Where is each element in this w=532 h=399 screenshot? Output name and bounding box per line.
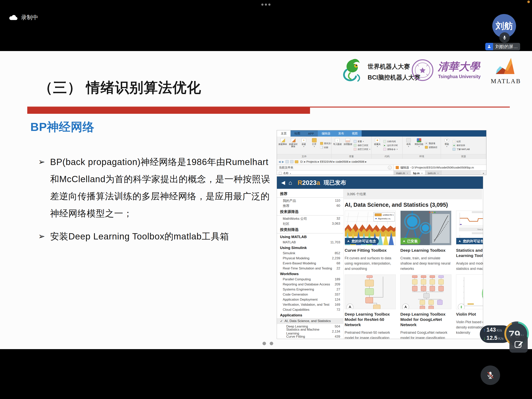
addon-card-title[interactable]: Statistics and Machine Learning Toolbox [456, 248, 483, 258]
sidebar-filter-row[interactable]: 按来源筛选 [277, 208, 343, 215]
breadcrumb[interactable]: D: ▸ Projects ▸ EEGSVM ▸ code0506 ▸ code… [300, 160, 367, 163]
screen-share-label[interactable]: 刘舫的屏… [485, 43, 520, 50]
ribbon-button[interactable]: 新建 [298, 137, 309, 153]
ribbon-button[interactable]: 布局 [403, 137, 414, 153]
ribbon-tab[interactable]: 编辑器 [318, 130, 334, 137]
browse-icon[interactable] [290, 160, 293, 163]
ribbon-button[interactable]: 比较 [320, 146, 331, 149]
sidebar-filter-row[interactable]: Using MATLAB [277, 234, 343, 240]
ribbon-button[interactable]: 清理数据 [342, 137, 353, 153]
editor-file-tab[interactable]: main.m [394, 170, 411, 175]
sidebar-filter-row[interactable]: Using Simulink [277, 245, 343, 251]
window-more-handle[interactable] [261, 4, 271, 6]
ribbon-button[interactable]: 了解 MATLAB [453, 148, 470, 151]
participant-mic-icon [499, 32, 510, 43]
ribbon-button[interactable]: 请求支持 [453, 144, 470, 147]
matlab-membrane-icon [458, 240, 461, 243]
ribbon-button[interactable]: 帮助 [442, 137, 452, 153]
sidebar-filter-row[interactable]: Cloud Capabilities 72 [277, 307, 343, 312]
editor-file-tab[interactable]: bp.m [411, 170, 425, 175]
ribbon-button[interactable]: 新建脚本 [278, 137, 288, 153]
sidebar-filter-row[interactable]: Code Generation 337 [277, 292, 343, 297]
ribbon-tab[interactable]: 绘图 [291, 130, 304, 137]
sidebar-filter-row[interactable]: Application Deployment 124 [277, 297, 343, 302]
sidebar-filter-row[interactable]: 社区 3,063 [277, 221, 343, 226]
sidebar-filter-row[interactable]: Physical Modeling 2,239 [277, 256, 343, 261]
ribbon-tab[interactable]: 主页 [277, 130, 291, 137]
ribbon-button[interactable]: 运行并计时 [383, 144, 398, 147]
ribbon-button[interactable]: 收藏夹 [372, 137, 383, 153]
ribbon-button[interactable]: 导入数据 [332, 137, 342, 153]
ribbon-button-icon [345, 138, 350, 142]
up-folder-icon[interactable] [285, 160, 289, 163]
address-bar[interactable]: ◀ ▶ D: ▸ Projects ▸ EEGSVM ▸ code0506 ▸ … [277, 159, 486, 165]
checkbox-icon[interactable] [279, 172, 282, 174]
addon-card[interactable]: Time (sec) 您的许可证包含 [456, 211, 483, 271]
sidebar-filter-row[interactable]: MATLAB 11,703 [277, 240, 343, 245]
sidebar-filter-row[interactable]: Reporting and Database Access 209 [277, 282, 343, 287]
sidebar-filter-row[interactable]: Workflows [277, 271, 343, 277]
new-file-tab[interactable]: + [481, 170, 486, 175]
check-icon [280, 319, 285, 323]
addon-card-title[interactable]: Violin Plot [456, 312, 483, 317]
ribbon-tab[interactable]: APP [304, 130, 318, 137]
addon-card[interactable]: Deep Learning Toolbox Model for ResNet-5… [345, 275, 396, 339]
annotation-button[interactable] [509, 335, 528, 353]
bullet-arrow-icon: ➢ [38, 228, 45, 245]
ribbon-button[interactable]: 查找文件 [320, 142, 331, 145]
mic-muted-button[interactable] [481, 366, 500, 385]
ribbon-button[interactable]: 保存工作区 [354, 144, 370, 147]
back-icon[interactable]: ◀ [279, 160, 281, 163]
addon-card-title[interactable]: Curve Fitting Toolbox [345, 248, 396, 253]
page-dot[interactable] [262, 342, 266, 345]
sidebar-filter-row[interactable]: Applications [277, 312, 343, 318]
ribbon-button[interactable]: 社区 [453, 140, 470, 143]
ribbon-button[interactable]: 变量 [354, 140, 370, 143]
sidebar-filter-row[interactable]: MathWorks 公司 32 [277, 216, 343, 221]
addon-card[interactable]: untitled fit 1 Algometry vs. 您的许可证包含 Cur… [345, 211, 396, 271]
addon-card-thumbnail [400, 275, 451, 309]
release-banner: R2023a [298, 179, 320, 187]
addon-card-title[interactable]: Deep Learning Toolbox Model for GoogLeNe… [400, 312, 451, 327]
editor-title-bar: 编辑器 - D:\Projects\EEGSVM\code0506\code05… [394, 165, 486, 170]
sidebar-filter-row[interactable]: Simulink 852 [277, 251, 343, 256]
addon-card[interactable]: Violin Plot Violin Plot based on kernel … [456, 275, 483, 339]
sidebar-filter-row[interactable]: Statistics and Machine Learning 2,134 [277, 329, 343, 334]
back-icon[interactable]: ◀ [281, 180, 285, 186]
sidebar-filter-row[interactable]: AI, Data Science, and Statistics [277, 318, 343, 324]
sidebar-filter-row[interactable]: Systems Engineering 27 [277, 287, 343, 292]
ribbon-button[interactable]: 清空工作区 [354, 148, 370, 151]
ribbon-button[interactable]: 设置路径 [425, 146, 437, 149]
ribbon-button[interactable]: 打开 [309, 137, 320, 153]
sidebar-filter-row[interactable]: 推荐 60 [277, 203, 343, 208]
ribbon-button[interactable]: 分析代码 [383, 140, 398, 143]
sidebar-filter-row[interactable]: Real-Time Simulation and Testing 22 [277, 266, 343, 271]
sidebar-filter-row[interactable]: 按类别筛选 [277, 226, 343, 233]
ribbon-button[interactable]: 新建实时脚本 [288, 137, 298, 153]
upload-arrow-icon: ↑ [483, 326, 486, 334]
download-arrow-icon: ↓ [483, 335, 486, 342]
sidebar-filter-row[interactable]: Verification, Validation, and Test 169 [277, 302, 343, 307]
home-icon[interactable]: ⌂ [289, 180, 292, 186]
ribbon-tab[interactable]: 发布 [334, 130, 348, 137]
ribbon-button[interactable]: 预设项 [425, 142, 437, 145]
sidebar-filter-row[interactable]: Event-Based Modeling 68 [277, 261, 343, 266]
license-badge: 您的许可证包含 [345, 238, 379, 244]
ribbon-button[interactable]: 清除命令 [383, 148, 398, 151]
addon-card[interactable]: Deep Learning Toolbox Model for GoogLeNe… [400, 275, 451, 339]
page-dot[interactable] [270, 342, 273, 345]
sidebar-filter-row[interactable]: 我的产品 110 [277, 198, 343, 203]
editor-file-tab[interactable]: svm.m [425, 170, 442, 175]
sidebar-filter-row[interactable]: 推荐 [277, 190, 343, 198]
ribbon-button[interactable]: 附加功能 [414, 137, 424, 153]
file-list-header[interactable]: 名称 [277, 170, 394, 175]
sidebar-filter-row[interactable]: Parallel Computing 189 [277, 277, 343, 282]
addon-card-desc: Violin Plot based on kernel density esti… [456, 320, 483, 335]
slide-title: （三） 情绪识别算法优化 [38, 78, 201, 97]
ribbon-tab[interactable]: 视图 [348, 130, 362, 137]
forward-icon[interactable]: ▶ [282, 160, 284, 163]
addon-card-title[interactable]: Deep Learning Toolbox Model for ResNet-5… [345, 312, 396, 327]
panel-menu-icon[interactable]: ⌄ [388, 166, 392, 169]
addon-card[interactable]: 已安装 Deep Learning Toolbox Create, train,… [400, 211, 451, 271]
addon-card-title[interactable]: Deep Learning Toolbox [400, 248, 451, 253]
